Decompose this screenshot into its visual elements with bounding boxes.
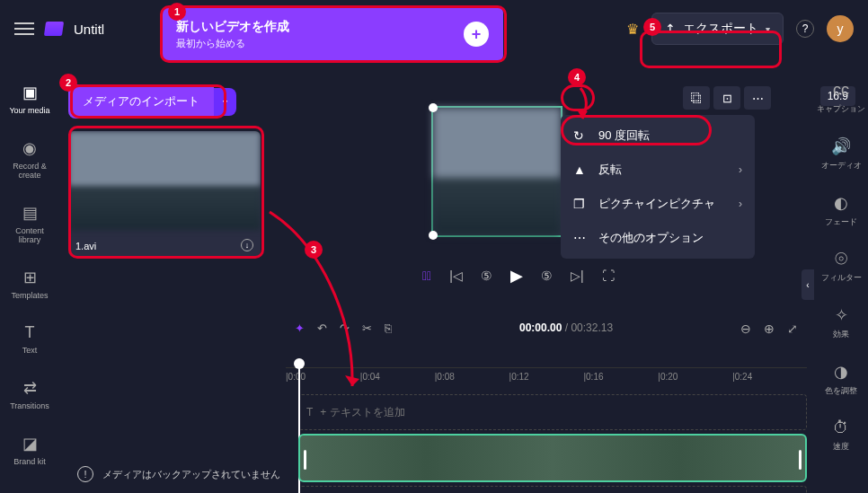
speaker-icon: 🔊 (831, 136, 851, 156)
thumbnail-image (68, 131, 261, 230)
media-filename: 1.avi (75, 241, 96, 251)
redo-button[interactable]: ↷ (340, 321, 350, 335)
anno-marker-4: 4 (568, 68, 586, 86)
menu-icon[interactable] (14, 22, 34, 35)
sidebar-text[interactable]: TText (3, 320, 57, 358)
create-video-popup[interactable]: 新しいビデオを作成 最初から始める + (162, 7, 503, 61)
brandkit-icon: ◪ (22, 434, 38, 453)
media-thumbnail[interactable]: 1.avi ↓ (68, 131, 261, 257)
app-logo[interactable] (44, 22, 64, 36)
import-dropdown[interactable]: ▾ (214, 88, 236, 116)
flip-icon: ▲ (573, 163, 588, 177)
backup-warning[interactable]: ! メディアはバックアップされていません (77, 466, 280, 482)
sidebar-transitions[interactable]: ⇄Transitions (3, 374, 57, 414)
chevron-down-icon: ▾ (766, 24, 770, 34)
upload-icon: ↥ (665, 22, 676, 36)
zoom-out-button[interactable]: ⊖ (740, 321, 751, 336)
rotate-icon: ↻ (573, 128, 588, 143)
popup-subtitle: 最初から始める (176, 37, 464, 50)
step-back-button[interactable]: ⑤ (481, 269, 492, 283)
help-icon[interactable]: ? (796, 20, 814, 38)
prop-effects[interactable]: ✧効果 (814, 302, 868, 344)
more-button[interactable]: ⋯ (744, 86, 771, 110)
media-icon: ▣ (22, 83, 38, 102)
chevron-right-icon: › (739, 198, 742, 210)
timeline: ✦ ↶ ↷ ✂ ⎘ 00:00.00 / 00:32.13 ⊖ ⊕ ⤢ |0:0… (286, 316, 807, 492)
text-track[interactable]: T+ テキストを追加 (298, 394, 807, 430)
warning-icon: ! (77, 466, 93, 482)
zoom-fit-button[interactable]: ⤢ (787, 321, 798, 336)
fit-button[interactable]: ⊡ (713, 86, 740, 110)
avatar[interactable]: y (827, 15, 854, 42)
anno-box-4-dots (561, 84, 595, 111)
timecode: 00:00.00 / 00:32.13 (519, 321, 613, 334)
camera-icon: ◉ (22, 138, 37, 158)
sidebar-library[interactable]: ▤Content library (3, 199, 57, 248)
canvas-clip (433, 108, 561, 235)
plus-icon[interactable]: + (464, 22, 489, 47)
text-icon: T (25, 323, 35, 342)
prop-speed[interactable]: ⏱速度 (814, 415, 868, 456)
copy-button[interactable]: ⎘ (385, 321, 392, 335)
import-media-button[interactable]: メディアのインポート (68, 84, 214, 119)
premium-icon[interactable]: ♛ (626, 21, 639, 38)
step-fwd-button[interactable]: ⑤ (541, 269, 553, 283)
library-icon: ▤ (22, 203, 38, 223)
sidebar-templates[interactable]: ⊞Templates (3, 264, 57, 304)
resize-handle-tl[interactable] (429, 103, 438, 112)
skip-end-button[interactable]: ▷| (571, 269, 584, 283)
prop-captions[interactable]: ccキャプション (814, 77, 868, 119)
preview-canvas[interactable]: ↻ (431, 106, 562, 237)
ai-button[interactable]: ✦ (295, 321, 305, 335)
filter-icon: ⦾ (835, 250, 847, 269)
prop-filter[interactable]: ⦾フィルター (814, 246, 868, 287)
playback-controls: ✦⃠ |◁ ⑤ ▶ ⑤ ▷| ⛶ (422, 266, 615, 286)
dots-icon: ⋯ (573, 231, 588, 245)
resize-handle-bl[interactable] (429, 231, 438, 240)
prop-fade[interactable]: ◐フェード (814, 189, 868, 232)
split-button[interactable]: ✂ (362, 321, 372, 335)
chevron-right-icon: › (739, 163, 742, 176)
export-button[interactable]: ↥ エクスポート ▾ (651, 13, 784, 45)
collapse-right-rail[interactable]: ‹ (802, 269, 814, 300)
prop-audio[interactable]: 🔊オーディオ (814, 133, 868, 175)
timeline-ruler[interactable]: |0:00 |0:04 |0:08 |0:12 |0:16 |0:20 |0:2… (286, 367, 807, 391)
sidebar-brandkit[interactable]: ◪Brand kit (3, 430, 57, 470)
templates-icon: ⊞ (23, 268, 37, 287)
audio-track[interactable]: ♪+ オーディオを追加 (298, 486, 807, 493)
context-menu: ↻90 度回転 ▲反転› ❐ピクチャインピクチャ› ⋯その他のオプション (561, 115, 755, 259)
ctx-rotate-90[interactable]: ↻90 度回転 (561, 119, 755, 153)
speed-icon: ⏱ (833, 418, 849, 437)
right-sidebar: ccキャプション 🔊オーディオ ◐フェード ⦾フィルター ✧効果 ◑色を調整 ⏱… (814, 72, 868, 492)
ctx-pip[interactable]: ❐ピクチャインピクチャ› (561, 187, 755, 221)
skip-start-button[interactable]: |◁ (449, 269, 463, 283)
ctx-flip[interactable]: ▲反転› (561, 153, 755, 187)
export-label: エクスポート (683, 21, 758, 37)
fade-icon: ◐ (834, 193, 848, 213)
cc-icon: cc (833, 81, 849, 100)
media-panel: メディアのインポート▾ 1.avi ↓ (68, 84, 266, 257)
transitions-icon: ⇄ (23, 378, 37, 398)
left-sidebar: ▣Your media ◉Record & create ▤Content li… (0, 70, 59, 492)
pip-icon: ❐ (573, 197, 588, 211)
prop-color[interactable]: ◑色を調整 (814, 358, 868, 401)
text-icon: T (306, 406, 313, 418)
color-icon: ◑ (834, 362, 848, 382)
download-icon[interactable]: ↓ (241, 239, 253, 251)
anno-marker-3: 3 (305, 241, 323, 259)
crop-button[interactable]: ⿻ (683, 86, 710, 110)
zoom-in-button[interactable]: ⊕ (764, 321, 775, 336)
video-clip[interactable] (298, 434, 807, 482)
effects-icon: ✧ (835, 305, 848, 325)
ctx-more[interactable]: ⋯その他のオプション (561, 221, 755, 255)
fullscreen-button[interactable]: ⛶ (602, 269, 615, 283)
popup-title: 新しいビデオを作成 (176, 19, 464, 35)
sidebar-record[interactable]: ◉Record & create (3, 135, 57, 183)
project-title[interactable]: Untitl (74, 22, 104, 37)
undo-button[interactable]: ↶ (317, 321, 327, 335)
sidebar-your-media[interactable]: ▣Your media (3, 79, 57, 119)
magic-button[interactable]: ✦⃠ (422, 269, 431, 283)
play-button[interactable]: ▶ (510, 266, 523, 286)
